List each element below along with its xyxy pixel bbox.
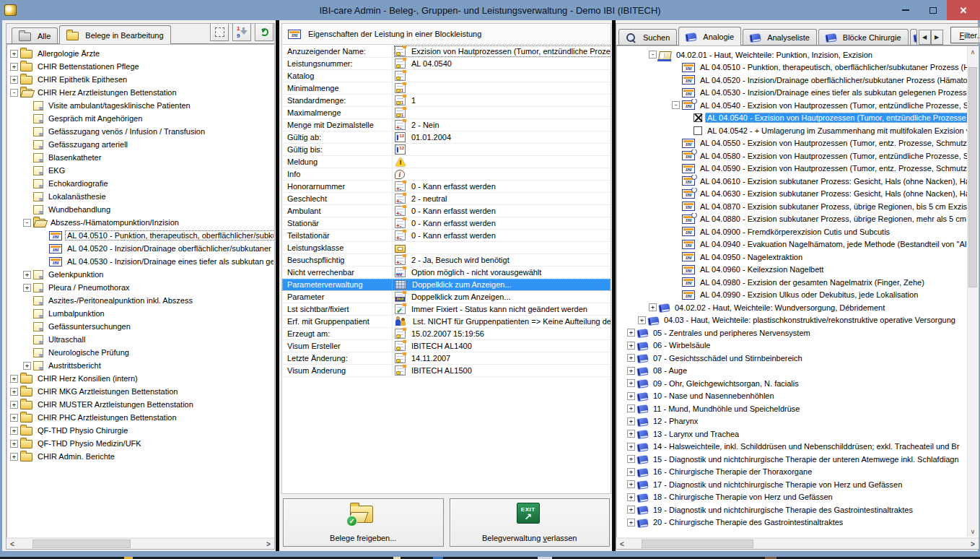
tree-item[interactable]: AL 04.0542 - + Umlagerung im Zusammenhan… [617, 124, 967, 137]
left-splitter[interactable] [276, 20, 279, 551]
tab-bl-cke-chirurgie[interactable]: Blöcke Chirurgie [818, 29, 909, 45]
tree-item[interactable]: +06 - Wirbelsäule [617, 339, 967, 352]
catalog-vertical-scrollbar[interactable]: ∧ ∨ [967, 46, 978, 537]
property-row[interactable]: Gültig ab:1201.01.2004 [282, 131, 611, 144]
tree-item[interactable]: Lumbalpunktion [7, 307, 274, 320]
tree-item[interactable]: IBIAL 04.0590 - Exzision von Hautprozess… [617, 162, 967, 176]
tree-item[interactable]: IBIAL 04.0520 - Inzision/Drainage oberfl… [7, 242, 274, 255]
expand-icon[interactable]: + [10, 414, 18, 422]
tab-scroll-left-button[interactable]: ◀ [919, 30, 931, 45]
property-value[interactable]: IBITECH AL1500 [393, 365, 611, 376]
tab-analogie[interactable]: Analogie [678, 27, 741, 46]
property-row[interactable]: Besuchspflichtig+-2 - Ja, Besuch wird be… [282, 254, 611, 266]
property-row[interactable]: Letzte Änderung:14.11.2007 [282, 352, 611, 365]
expand-icon[interactable]: + [627, 493, 635, 501]
tree-item[interactable]: IBIAL 04.0580 - Exzision von Hautprozess… [617, 150, 967, 162]
tree-item[interactable]: Gefässzugang arteriell [7, 138, 274, 151]
tab-scroll-right-button[interactable]: ▶ [931, 30, 943, 45]
property-row[interactable]: Katalog [282, 70, 611, 82]
tree-item[interactable]: +CHIR MUSTER Arztleistungen Bettenstatio… [7, 398, 274, 411]
property-row[interactable]: Infoi [282, 168, 611, 181]
property-row[interactable]: Standardmenge:1211 [282, 95, 611, 107]
property-value[interactable]: +-2 - Nein [393, 119, 611, 131]
tree-item[interactable]: IBIAL 04.0520 - Inzision/Drainage oberfl… [617, 74, 967, 87]
property-value[interactable]: 121 [393, 107, 611, 118]
minimize-button[interactable] [892, 0, 919, 20]
catalog-horizontal-scrollbar[interactable]: < > [616, 538, 979, 549]
tree-item[interactable]: -CHIR Herz Arztleistungen Bettenstation [7, 86, 274, 99]
tree-item[interactable]: -IBIAL 04.0540 - Exzision von Hautprozes… [617, 99, 967, 112]
expand-icon[interactable]: + [627, 329, 635, 337]
tree-item[interactable]: IBIAL 04.0980 - Exzision der gesamten Na… [617, 276, 967, 289]
tree-item[interactable]: +QF-THD Physio Chirurgie [7, 424, 274, 437]
property-value[interactable]: 15.02.2007 15:19:56 [393, 328, 611, 339]
scroll-left-icon[interactable]: < [6, 539, 18, 549]
expand-icon[interactable]: + [10, 76, 18, 84]
expand-icon[interactable]: + [627, 506, 635, 514]
maximize-button[interactable] [919, 0, 947, 20]
property-value[interactable]: PARDoppelklick zum Anzeigen... [393, 291, 611, 303]
property-value[interactable]: +-2 - neutral [393, 193, 611, 204]
tree-item[interactable]: IBIAL 04.0530 - Inzision/Drainage eines … [617, 87, 967, 100]
expand-icon[interactable]: + [638, 316, 646, 324]
property-value[interactable] [393, 242, 611, 254]
expand-icon[interactable]: + [10, 388, 18, 396]
expand-icon[interactable]: + [627, 468, 635, 476]
expand-icon[interactable]: + [10, 440, 18, 448]
tree-item[interactable]: +CHIR Admin. Berichte [7, 450, 274, 463]
expand-icon[interactable]: + [627, 417, 635, 425]
property-row[interactable]: Visum ÄnderungIBITECH AL1500 [282, 365, 611, 377]
expand-icon[interactable]: + [10, 50, 18, 58]
tree-item[interactable]: +11 - Mund, Mundhöhle und Speicheldrüse [617, 402, 967, 415]
expand-icon[interactable]: + [627, 354, 635, 362]
scroll-up-icon[interactable]: ∧ [968, 46, 978, 57]
tree-item[interactable]: +10 - Nase und Nasennebenhöhlen [617, 390, 967, 403]
tree-item[interactable]: IBIAL 04.0530 - Inzision/Drainage eines … [7, 255, 274, 268]
tree-item[interactable]: Lokalanästhesie [7, 190, 274, 203]
collapse-icon[interactable]: - [23, 219, 31, 227]
expand-icon[interactable]: + [627, 519, 635, 526]
tree-item[interactable]: IBIAL 04.0870 - Exzision subkutaner Proz… [617, 200, 967, 213]
property-value[interactable]: NVOption möglich - nicht vorausgewählt [393, 266, 611, 278]
property-row[interactable]: Geschlecht+-2 - neutral [282, 193, 611, 205]
left-horizontal-scrollbar[interactable]: < > [6, 538, 274, 549]
property-row[interactable]: Menge mit Dezimalstelle+-2 - Nein [282, 119, 611, 131]
tree-item[interactable]: Visite ambulant/tagesklinische Patienten [7, 99, 274, 112]
property-row[interactable]: Erzeugt am:15.02.2007 15:19:56 [282, 328, 611, 340]
tree-item[interactable]: Neurologische Prüfung [7, 346, 274, 359]
property-value[interactable]: +-0 - Kann erfasst werden [393, 181, 611, 192]
collapse-icon[interactable]: - [672, 101, 680, 109]
expand-icon[interactable]: + [10, 63, 18, 71]
tree-item[interactable]: +16 - Chirurgische Therapie der Thoraxor… [617, 466, 967, 479]
property-value[interactable]: Doppelklick zum Anzeigen... [393, 279, 611, 290]
scroll-right-icon[interactable]: > [967, 539, 979, 549]
property-value[interactable]: ! [393, 156, 611, 168]
tab-analyseliste[interactable]: Analyseliste [743, 29, 817, 45]
property-value[interactable]: i [393, 168, 611, 180]
tree-item[interactable]: Echokardiografie [7, 177, 274, 190]
tree-item[interactable]: +Pleura / Pneumothorax [7, 281, 274, 294]
scroll-left-icon[interactable]: < [616, 539, 628, 549]
tree-item[interactable]: AL 04.0540 - Exzision von Hautprozessen … [617, 112, 967, 125]
tree-item[interactable]: +CHIR Herz Konsilien (intern) [7, 372, 274, 385]
tree-item[interactable]: +CHIR Bettenstationen Pflege [7, 60, 274, 73]
tree-item[interactable]: +09 - Ohr, Gleichgewichtsorgan, N. facia… [617, 377, 967, 390]
tree-item[interactable]: IBIAL 04.0510 - Punktion, therapeutisch,… [7, 229, 274, 242]
property-row[interactable]: ParameterverwaltungDoppelklick zum Anzei… [282, 279, 611, 291]
tree-item[interactable]: IBIAL 04.0510 - Punktion, therapeutisch,… [617, 61, 967, 74]
tab-alle[interactable]: Alle [12, 27, 58, 43]
property-value[interactable] [393, 70, 611, 82]
property-row[interactable]: Visum ErstellerIBITECH AL1400 [282, 340, 611, 352]
expand-icon[interactable]: + [627, 480, 635, 488]
property-value[interactable]: IBITECH AL1400 [393, 340, 611, 352]
property-value[interactable]: Exzision von Hautprozessen (Tumor, entzü… [393, 46, 611, 57]
tree-item[interactable]: -Abszess-/Hämatompunktion/Inzision [7, 216, 274, 229]
catalog-vscroll-thumb[interactable] [968, 67, 977, 288]
property-value[interactable]: +-2 - Ja, Besuch wird benötigt [393, 254, 611, 266]
scroll-down-icon[interactable]: ∨ [968, 526, 978, 537]
tree-item[interactable]: +Allergologie Ärzte [7, 47, 274, 60]
tree-item[interactable]: +CHIR MKG Arztleistungen Bettenstation [7, 385, 274, 398]
tree-item[interactable]: +13 - Larynx und Trachea [617, 428, 967, 441]
property-row[interactable]: Maximalmenge121 [282, 107, 611, 119]
property-value[interactable]: Lst. NICHT für Gruppenpatienten => Keine… [393, 316, 611, 327]
